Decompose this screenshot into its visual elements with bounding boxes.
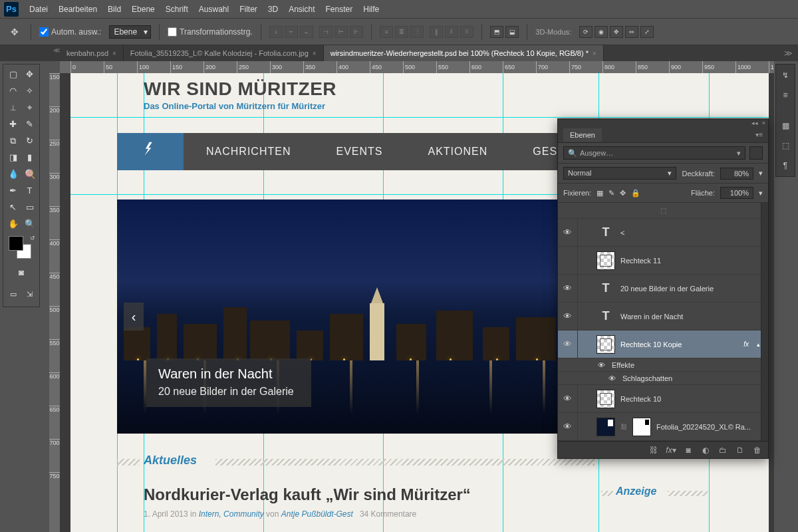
styles-panel-icon[interactable]: ⬚ <box>779 139 792 152</box>
align-right-icon[interactable]: ⊩ <box>350 26 363 38</box>
menu-layer[interactable]: Ebene <box>132 5 155 14</box>
layers-panel[interactable]: ◂◂ × Ebenen ▾≡ 🔍 Ausgew… ▾ Normal▾ Deckk… <box>557 118 769 459</box>
menu-edit[interactable]: Bearbeiten <box>59 5 97 14</box>
fx-collapse-icon[interactable]: ▴ <box>757 341 760 348</box>
layer-row[interactable]: 👁 T 20 neue Bilder in der Galerie <box>558 275 768 303</box>
history-brush-tool-icon[interactable]: ↻ <box>21 132 38 149</box>
move-tool-icon[interactable]: ✥ <box>21 66 38 82</box>
zoom-tool-icon[interactable]: 🔍 <box>21 215 38 232</box>
shape-tool-icon[interactable]: ▭ <box>21 199 38 215</box>
menu-3d[interactable]: 3D <box>268 5 278 14</box>
transform-controls-checkbox[interactable]: Transformationsstrg. <box>168 27 253 37</box>
effect-sub-row[interactable]: 👁 Effekte <box>558 358 768 372</box>
3d-roll-icon[interactable]: ◉ <box>595 26 608 38</box>
eraser-tool-icon[interactable]: ◨ <box>5 149 21 166</box>
lock-pixels-icon[interactable]: ✎ <box>608 189 614 198</box>
lock-position-icon[interactable]: ✥ <box>620 189 626 198</box>
opacity-dropdown-icon[interactable]: ▾ <box>759 169 763 178</box>
link-mask-icon[interactable]: ⛓ <box>620 418 627 436</box>
3d-orbit-icon[interactable]: ⟳ <box>579 26 593 38</box>
character-panel-icon[interactable]: ¶ <box>779 159 792 172</box>
arrange-1-icon[interactable]: ⬒ <box>490 26 503 38</box>
distribute-1-icon[interactable]: ≡ <box>380 26 393 38</box>
menu-select[interactable]: Auswahl <box>199 5 229 14</box>
menu-window[interactable]: Fenster <box>326 5 353 14</box>
distribute-3-icon[interactable]: ⋮ <box>410 26 424 38</box>
filter-toggle[interactable] <box>749 146 763 160</box>
auto-select-input[interactable] <box>39 27 49 37</box>
doctab-2[interactable]: Fotolia_35519235_L© Kalle Kolodziej - Fo… <box>124 45 324 61</box>
align-bottom-icon[interactable]: ⫠ <box>300 26 313 38</box>
align-hcenter-icon[interactable]: ⊢ <box>334 26 348 38</box>
layer-row[interactable]: 👁 ⛓ Fotolia_20224520_XL© Ra... <box>558 413 768 441</box>
lasso-tool-icon[interactable]: ◠ <box>5 82 21 99</box>
menu-file[interactable]: Datei <box>29 5 48 14</box>
gradient-tool-icon[interactable]: ▮ <box>21 149 38 166</box>
link-layers-icon[interactable]: ⛓ <box>648 445 659 456</box>
swatches-panel-icon[interactable]: ▦ <box>779 119 792 132</box>
close-icon[interactable]: × <box>593 50 597 57</box>
type-tool-icon[interactable]: T <box>21 182 38 199</box>
distribute-4-icon[interactable]: ‖ <box>430 26 443 38</box>
visibility-icon[interactable]: 👁 <box>558 385 578 412</box>
transform-controls-input[interactable] <box>168 27 177 37</box>
blend-mode-select[interactable]: Normal▾ <box>563 167 676 180</box>
magic-wand-tool-icon[interactable]: ✧ <box>21 82 38 99</box>
visibility-icon[interactable] <box>558 247 578 274</box>
menu-view[interactable]: Ansicht <box>289 5 315 14</box>
fx-badge[interactable]: fx <box>743 340 749 348</box>
layer-row[interactable]: 👁 T < <box>558 219 768 247</box>
eyedropper-tool-icon[interactable]: ⌖ <box>21 99 38 116</box>
screenmode-icon[interactable]: ▭ <box>5 286 21 303</box>
dodge-tool-icon[interactable]: 🍭 <box>21 166 38 182</box>
swap-colors-icon[interactable]: ↺ <box>30 235 35 241</box>
layers-tab[interactable]: Ebenen <box>563 128 602 142</box>
fill-dropdown-icon[interactable]: ▾ <box>759 189 763 198</box>
opacity-input[interactable]: 80% <box>720 168 753 180</box>
guide[interactable] <box>70 117 769 118</box>
crop-tool-icon[interactable]: ⟂ <box>5 99 21 116</box>
3d-scale-icon[interactable]: ⤢ <box>640 26 654 38</box>
foreground-color[interactable] <box>9 236 23 251</box>
fill-input[interactable]: 100% <box>720 187 753 199</box>
new-layer-icon[interactable]: 🗋 <box>735 445 745 456</box>
align-vcenter-icon[interactable]: ⫟ <box>285 26 298 38</box>
visibility-icon[interactable]: 👁 <box>598 361 605 369</box>
effect-sub-row[interactable]: 👁 Schlagschatten <box>558 372 768 385</box>
adjustments-panel-icon[interactable]: ≡ <box>779 88 792 102</box>
history-panel-icon[interactable]: ↯ <box>779 68 792 82</box>
ruler-horizontal[interactable]: 0501001502002503003504004505005506006507… <box>60 61 774 73</box>
screenmode-arrow-icon[interactable]: ⇲ <box>21 286 38 303</box>
close-icon[interactable]: × <box>112 50 116 57</box>
collapse-icon[interactable]: ◂◂ <box>751 120 758 126</box>
visibility-icon[interactable]: 👁 <box>558 331 578 358</box>
stamp-tool-icon[interactable]: ⧉ <box>5 132 21 149</box>
tab-scroll-left-icon[interactable]: ≪ <box>53 47 60 54</box>
menu-type[interactable]: Schrift <box>166 5 188 14</box>
layer-style-icon[interactable]: fx▾ <box>666 445 676 456</box>
delete-layer-icon[interactable]: 🗑 <box>752 445 763 456</box>
doctab-3[interactable]: wirsindmueritzer-Wiederhergestellt.psd b… <box>324 45 604 61</box>
panel-menu-icon[interactable]: ▾≡ <box>755 131 763 138</box>
close-icon[interactable]: × <box>313 50 317 57</box>
group-icon[interactable]: 🗀 <box>718 445 728 456</box>
pen-tool-icon[interactable]: ✒ <box>5 182 21 199</box>
menu-help[interactable]: Hilfe <box>363 5 379 14</box>
distribute-2-icon[interactable]: ≣ <box>395 26 408 38</box>
lock-all-icon[interactable]: 🔒 <box>631 189 640 198</box>
align-left-icon[interactable]: ⊣ <box>319 26 332 38</box>
visibility-icon[interactable]: 👁 <box>608 374 616 382</box>
tab-overflow-icon[interactable]: ≫ <box>779 45 798 61</box>
distribute-5-icon[interactable]: ⦀ <box>445 26 458 38</box>
visibility-icon[interactable]: 👁 <box>558 219 578 246</box>
lock-transparency-icon[interactable]: ▦ <box>597 189 603 198</box>
auto-select-target[interactable]: Ebene <box>109 25 151 39</box>
layer-row-selected[interactable]: 👁 Rechteck 10 Kopie fx ▴ <box>558 331 768 358</box>
layer-mask-icon[interactable]: ◙ <box>683 445 694 456</box>
visibility-icon[interactable]: 👁 <box>558 275 578 302</box>
brush-tool-icon[interactable]: ✎ <box>21 116 38 132</box>
visibility-icon[interactable]: 👁 <box>558 303 578 330</box>
adjustment-layer-icon[interactable]: ◐ <box>700 445 711 456</box>
doctab-1[interactable]: kenbahn.psd × <box>60 45 124 61</box>
arrange-2-icon[interactable]: ⬓ <box>505 26 519 38</box>
